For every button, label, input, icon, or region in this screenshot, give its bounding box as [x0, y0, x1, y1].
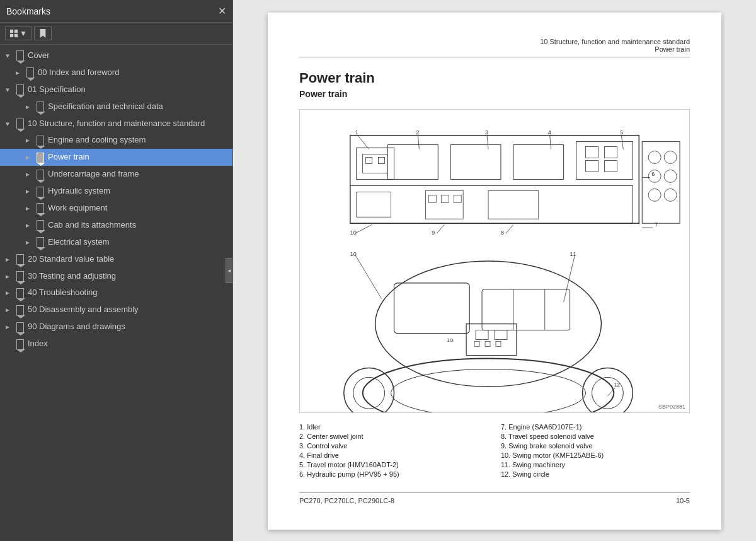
tree-item-idx[interactable]: Index — [0, 335, 232, 352]
tree-label-struct: 10 Structure, function and maintenance s… — [28, 119, 227, 129]
bookmark-icon-engine — [37, 136, 44, 146]
tree-item-power[interactable]: Power train — [0, 149, 232, 166]
expand-arrow-elec — [23, 239, 33, 246]
tree-item-diag[interactable]: 90 Diagrams and drawings — [0, 318, 232, 335]
header-line1: 10 Structure, function and maintenance s… — [299, 38, 690, 45]
expand-arrow-power — [23, 154, 33, 161]
bookmark-icon-index — [26, 67, 34, 78]
diagram-container: 1 2 3 4 5 6 7 — [299, 109, 690, 413]
expand-arrow-spec-data — [23, 103, 33, 110]
grid-icon — [9, 29, 18, 38]
tree-label-diag: 90 Diagrams and drawings — [28, 322, 227, 332]
parts-list-item: 10. Swing motor (KMF125ABE-6) — [501, 451, 690, 459]
bookmark-icon-work — [37, 203, 44, 213]
expand-arrow-test — [3, 273, 13, 280]
document-footer: PC270, PC270LC, PC290LC-8 10-5 — [299, 492, 690, 504]
parts-list-item: 3. Control valve — [299, 442, 488, 450]
tree-label-work: Work equipment — [48, 203, 227, 214]
parts-list-item: 6. Hydraulic pump (HPV95 + 95) — [299, 470, 488, 478]
tree-item-disasm[interactable]: 50 Disassembly and assembly — [0, 301, 232, 318]
tree-label-index: 00 Index and foreword — [38, 67, 227, 78]
svg-text:7: 7 — [655, 221, 658, 228]
bookmark-tool-button[interactable] — [34, 26, 52, 40]
tree-label-cab: Cab and its attachments — [48, 220, 227, 231]
svg-text:2: 2 — [416, 129, 419, 136]
tree-item-trouble[interactable]: 40 Troubleshooting — [0, 284, 232, 301]
tree-item-spec[interactable]: 01 Specification — [0, 81, 232, 98]
bookmark-icon-cover — [16, 50, 24, 61]
tree-item-cab[interactable]: Cab and its attachments — [0, 217, 232, 234]
sidebar-title: Bookmarks — [6, 6, 50, 16]
svg-rect-0 — [10, 30, 13, 33]
view-toggle-button[interactable]: ▼ — [5, 26, 32, 40]
bookmark-icon-idx — [16, 339, 24, 349]
tree-item-index[interactable]: 00 Index and foreword — [0, 64, 232, 81]
tree-item-elec[interactable]: Electrical system — [0, 234, 232, 251]
tree-label-under: Undercarriage and frame — [48, 169, 227, 180]
svg-text:10: 10 — [350, 230, 357, 236]
tree-item-hydraulic[interactable]: Hydraulic system — [0, 183, 232, 200]
sidebar-collapse-handle[interactable] — [226, 258, 233, 283]
tree-label-spec: 01 Specification — [28, 84, 227, 95]
svg-text:6: 6 — [651, 171, 655, 177]
parts-list-item: 8. Travel speed solenoid valve — [501, 433, 690, 440]
svg-text:3: 3 — [485, 129, 488, 136]
parts-list: 1. Idler2. Center swivel joint3. Control… — [299, 423, 690, 480]
expand-arrow-cover — [3, 52, 13, 59]
close-button[interactable]: ✕ — [218, 5, 226, 17]
bookmark-icon-spec-data — [37, 102, 44, 112]
tree-item-struct[interactable]: 10 Structure, function and maintenance s… — [0, 115, 232, 132]
tree-item-std[interactable]: 20 Standard value table — [0, 251, 232, 268]
sidebar: Bookmarks ✕ ▼ Cover 00 Index and fo — [0, 0, 233, 541]
tree-item-work[interactable]: Work equipment — [0, 200, 232, 217]
tree-label-hydraulic: Hydraulic system — [48, 186, 227, 197]
svg-text:11: 11 — [570, 251, 576, 257]
expand-arrow-disasm — [3, 306, 13, 313]
tree-label-elec: Electrical system — [48, 237, 227, 248]
svg-text:4: 4 — [548, 129, 551, 136]
expand-arrow-std — [3, 256, 13, 263]
parts-list-item: 9. Swing brake solenoid valve — [501, 442, 690, 450]
document-page: 10 Structure, function and maintenance s… — [268, 13, 721, 530]
tree-item-spec-data[interactable]: Specification and technical data — [0, 98, 232, 115]
expand-arrow-spec — [3, 86, 13, 93]
tree-item-under[interactable]: Undercarriage and frame — [0, 166, 232, 183]
parts-list-item: 11. Swing machinery — [501, 461, 690, 468]
expand-arrow-index — [13, 69, 23, 76]
bookmark-icon-cab — [37, 220, 44, 230]
parts-list-item: 5. Travel motor (HMV160ADT-2) — [299, 461, 488, 468]
svg-rect-1 — [14, 30, 18, 33]
parts-list-item: 1. Idler — [299, 423, 488, 431]
tree-label-engine: Engine and cooling system — [48, 135, 227, 146]
bookmark-icon-under — [37, 170, 44, 180]
expand-arrow-cab — [23, 222, 33, 229]
bookmark-icon-disasm — [16, 305, 24, 315]
bookmark-icon-elec — [37, 237, 44, 247]
bookmark-icon-trouble — [16, 288, 24, 298]
dropdown-arrow: ▼ — [20, 29, 27, 38]
bookmark-icon-power — [37, 153, 44, 163]
svg-text:12: 12 — [614, 381, 620, 388]
tree-item-engine[interactable]: Engine and cooling system — [0, 132, 232, 149]
expand-arrow-diag — [3, 323, 13, 330]
tree-label-trouble: 40 Troubleshooting — [28, 288, 227, 298]
bookmark-icon-test — [16, 271, 24, 281]
footer-page: 10-5 — [676, 497, 690, 504]
header-line2: Power train — [299, 45, 690, 53]
footer-model: PC270, PC270LC, PC290LC-8 — [299, 497, 394, 504]
sidebar-tree: Cover 00 Index and foreword 01 Specifica… — [0, 45, 232, 541]
document-panel[interactable]: 10 Structure, function and maintenance s… — [233, 0, 756, 541]
tree-item-test[interactable]: 30 Testing and adjusting — [0, 268, 232, 285]
svg-text:8: 8 — [501, 230, 504, 236]
svg-rect-3 — [14, 34, 18, 37]
tree-item-cover[interactable]: Cover — [0, 47, 232, 64]
bookmark-icon-diag — [16, 322, 24, 332]
bookmark-icon-hydraulic — [37, 187, 44, 197]
svg-text:1: 1 — [355, 129, 358, 136]
parts-list-item: 2. Center swivel joint — [299, 433, 488, 440]
parts-list-item: 7. Engine (SAA6D107E-1) — [501, 423, 690, 431]
bookmark-icon-std — [16, 254, 24, 264]
power-train-diagram: 1 2 3 4 5 6 7 — [300, 110, 689, 412]
svg-text:5: 5 — [620, 129, 623, 136]
bookmark-icon — [38, 29, 47, 38]
